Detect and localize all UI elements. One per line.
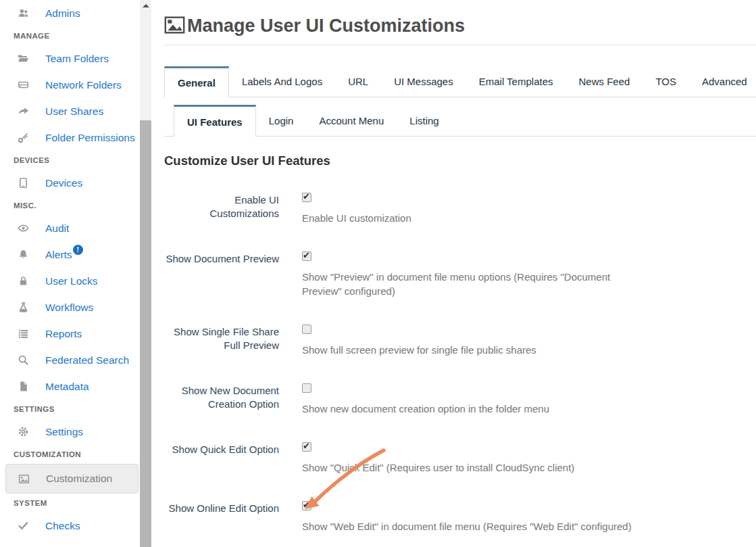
sidebar-item-label: Audit [45,222,69,235]
alerts-badge: ! [73,245,83,255]
sidebar-item-reports[interactable]: Reports [0,320,138,347]
subtab-account-menu[interactable]: Account Menu [306,105,397,136]
tab-news-feed[interactable]: News Feed [566,66,643,97]
sidebar-section-customization: CUSTOMIZATION [0,445,138,464]
sidebar-item-label: Settings [45,426,83,438]
form-row-show-document-preview: Show Document Preview Show "Preview" in … [164,252,756,298]
reports-icon [18,328,29,339]
team-folders-icon [18,53,29,64]
scrollbar-thumb[interactable] [140,120,151,547]
sidebar-item-label: Federated Search [45,354,129,366]
sidebar-scrollbar[interactable] [140,0,151,547]
settings-icon [18,426,29,437]
folder-permissions-icon [18,132,29,143]
user-shares-icon [18,105,29,117]
sidebar-item-alerts[interactable]: Alerts ! [0,241,138,268]
network-folders-icon [18,79,29,91]
sidebar-item-label: Devices [45,177,82,189]
sidebar-item-devices[interactable]: Devices [0,170,138,196]
admins-icon [18,7,29,19]
show-document-preview-checkbox[interactable] [302,252,311,261]
tab-url[interactable]: URL [335,66,381,97]
page-header: Manage User UI Customizations [164,0,756,45]
sidebar-item-folder-permissions[interactable]: Folder Permissions [0,124,138,151]
scrollbar-up-arrow-icon[interactable] [140,0,151,11]
sidebar-item-label: Workflows [45,302,93,314]
sidebar-item-metadata[interactable]: Metadata [0,373,138,400]
sidebar-item-admins[interactable]: Admins [0,0,138,26]
sidebar-item-team-folders[interactable]: Team Folders [0,45,138,72]
page-title: Manage User UI Customizations [187,16,465,36]
sidebar-item-user-shares[interactable]: User Shares [0,98,138,124]
workflows-icon [18,302,29,313]
subtab-login[interactable]: Login [256,105,307,136]
field-label: Show Document Preview [164,252,279,298]
show-online-edit-option-checkbox[interactable] [302,501,311,510]
field-help: Show new document creation option in the… [302,402,549,416]
sidebar-item-user-locks[interactable]: User Locks [0,268,138,294]
sidebar-item-checks[interactable]: Checks [0,513,138,539]
sidebar-item-network-folders[interactable]: Network Folders [0,72,138,98]
enable-ui-customizations-checkbox[interactable] [302,193,311,202]
sidebar-section-manage: MANAGE [0,26,138,45]
field-help: Enable UI customization [302,211,411,225]
alerts-icon [18,249,29,260]
form-row-show-new-document-creation-option: Show New Document Creation Option Show n… [164,383,756,416]
subtab-spacer [164,105,174,136]
sub-tabs: UI Features Login Account Menu Listing [164,105,756,137]
sidebar-section-system: SYSTEM [0,494,138,513]
customization-icon [18,473,30,485]
sidebar-section-devices: DEVICES [0,151,138,170]
sidebar-item-customization[interactable]: Customization [5,464,138,494]
audit-icon [18,222,29,234]
field-label: Enable UI Customizations [164,193,279,225]
sidebar-section-settings: SETTINGS [0,400,138,419]
sidebar-section-misc: MISC. [0,196,138,215]
image-icon [164,16,185,34]
main-tabs: General Labels And Logos URL UI Messages… [164,66,756,97]
show-single-file-share-full-preview-checkbox[interactable] [302,325,311,334]
field-help: Show full screen preview for single file… [302,343,536,357]
sidebar-item-audit[interactable]: Audit [0,215,138,241]
user-locks-icon [18,275,29,287]
section-heading: Customize User UI Features [164,153,756,168]
tab-labels-and-logos[interactable]: Labels And Logos [229,66,335,97]
tab-email-templates[interactable]: Email Templates [466,66,566,97]
sidebar-item-label: Alerts [45,249,72,261]
show-new-document-creation-option-checkbox[interactable] [302,383,311,393]
settings-form: Enable UI Customizations Enable UI custo… [164,193,756,533]
form-row-enable-ui-customizations: Enable UI Customizations Enable UI custo… [164,193,756,225]
field-help: Show "Quick Edit" (Requires user to inst… [302,460,574,475]
federated-search-icon [18,354,29,366]
tab-tos[interactable]: TOS [642,66,689,97]
field-label: Show New Document Creation Option [164,383,279,416]
subtab-listing[interactable]: Listing [397,105,451,136]
form-row-show-single-file-share-full-preview: Show Single File Share Full Preview Show… [164,325,756,357]
subtab-ui-features[interactable]: UI Features [174,105,256,137]
show-quick-edit-option-checkbox[interactable] [302,442,311,452]
tab-general[interactable]: General [164,66,229,97]
sidebar-item-label: Metadata [45,381,89,393]
main-content: Manage User UI Customizations General La… [164,0,756,547]
tab-advanced[interactable]: Advanced [689,66,756,97]
sidebar-item-label: Checks [45,520,80,532]
sidebar-item-label: Reports [45,328,82,340]
sidebar-item-workflows[interactable]: Workflows [0,294,138,320]
sidebar-item-label: Folder Permissions [45,132,135,144]
metadata-icon [18,381,29,392]
sidebar-item-label: User Locks [45,275,98,287]
sidebar: Admins MANAGE Team Folders Network Folde… [0,0,138,547]
checks-icon [18,520,29,531]
form-row-show-online-edit-option: Show Online Edit Option Show "Web Edit" … [164,501,756,533]
sidebar-item-settings[interactable]: Settings [0,419,138,445]
sidebar-item-federated-search[interactable]: Federated Search [0,347,138,373]
tab-ui-messages[interactable]: UI Messages [381,66,466,97]
field-help: Show "Preview" in document file menu opt… [302,270,648,298]
field-label: Show Quick Edit Option [164,442,279,475]
sidebar-item-label: Customization [46,473,112,485]
sidebar-item-label: Team Folders [45,53,109,65]
field-label: Show Single File Share Full Preview [164,325,279,357]
field-help: Show "Web Edit" in document file menu (R… [302,519,632,533]
form-row-show-quick-edit-option: Show Quick Edit Option Show "Quick Edit"… [164,442,756,475]
field-label: Show Online Edit Option [164,501,279,533]
